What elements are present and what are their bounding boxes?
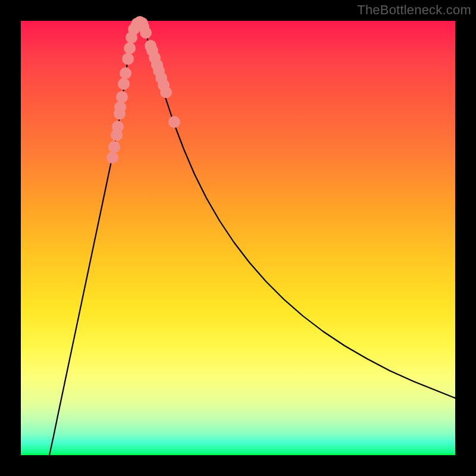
left-dots-dot [116,91,128,103]
left-dots-dot [122,53,134,65]
watermark-text: TheBottleneck.com [357,2,471,18]
right-dots-dot [160,86,172,98]
left-dots-dot [114,101,126,113]
right-dots-dot [168,116,180,128]
right-dots-dot [140,27,152,39]
bottleneck-curve [49,21,455,455]
left-dots-dot [120,67,131,79]
figure-root: TheBottleneck.com [0,0,476,476]
left-dots-dot [124,42,136,54]
left-dots-dot [107,152,118,164]
left-dots-dot [118,78,130,90]
plot-area [21,21,455,455]
curve-layer [21,21,455,455]
green-baseline [21,453,455,455]
left-dots-dot [108,141,120,153]
left-dots-dot [112,121,124,133]
